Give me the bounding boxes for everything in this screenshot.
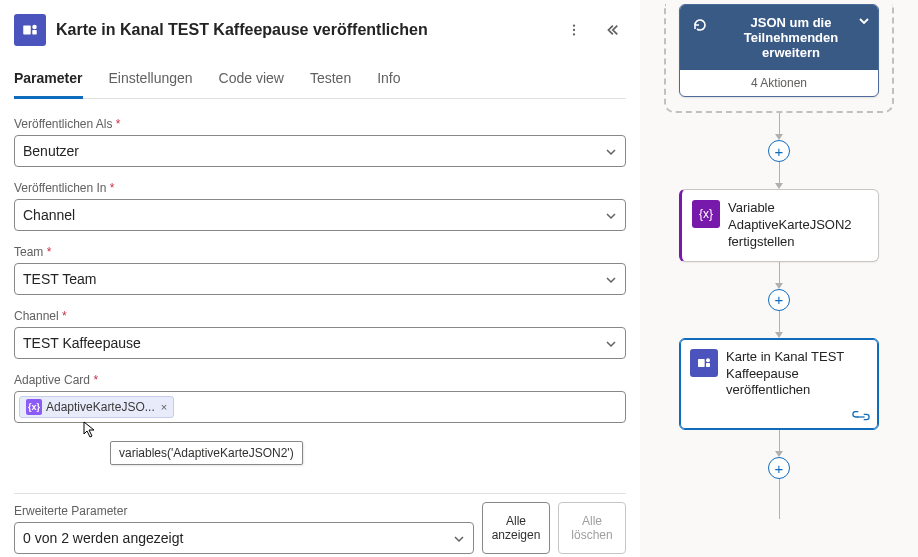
cursor-icon — [82, 421, 626, 443]
extended-label: Erweiterte Parameter — [14, 504, 474, 518]
variable-step-text: Variable AdaptiveKarteJSON2 fertigstelle… — [728, 200, 868, 251]
svg-rect-6 — [698, 359, 705, 367]
svg-point-1 — [32, 25, 37, 30]
tab-test[interactable]: Testen — [310, 70, 351, 98]
json-step-actions: 4 Aktionen — [680, 70, 878, 96]
divider — [14, 493, 626, 494]
svg-point-4 — [573, 29, 575, 31]
link-icon — [852, 409, 870, 423]
add-step-button[interactable]: + — [768, 289, 790, 311]
channel-select[interactable]: TEST Kaffeepause — [14, 327, 626, 359]
variable-icon: {x} — [692, 200, 720, 228]
flow-canvas[interactable]: JSON um die Teilnehmenden erweitern 4 Ak… — [640, 0, 918, 557]
panel-header: Karte in Kanal TEST Kaffeepause veröffen… — [14, 14, 626, 46]
add-step-button[interactable]: + — [768, 140, 790, 162]
adaptive-card-label: Adaptive Card * — [14, 373, 626, 387]
adaptive-card-input[interactable]: {x} AdaptiveKarteJSO... × — [14, 391, 626, 423]
extended-select[interactable]: 0 von 2 werden angezeigt — [14, 522, 474, 554]
publish-as-value: Benutzer — [23, 143, 79, 159]
publish-in-label: Veröffentlichen In * — [14, 181, 626, 195]
add-step-button[interactable]: + — [768, 457, 790, 479]
team-label: Team * — [14, 245, 626, 259]
tab-info[interactable]: Info — [377, 70, 400, 98]
channel-label: Channel * — [14, 309, 626, 323]
panel-title: Karte in Kanal TEST Kaffeepause veröffen… — [56, 21, 550, 39]
chevron-down-icon[interactable] — [858, 13, 870, 31]
svg-rect-0 — [23, 26, 31, 35]
chevron-down-icon — [453, 532, 465, 544]
token-remove-icon[interactable]: × — [161, 401, 167, 413]
publish-in-select[interactable]: Channel — [14, 199, 626, 231]
json-step-title: JSON um die Teilnehmenden erweitern — [716, 15, 866, 60]
variable-icon: {x} — [26, 399, 42, 415]
teams-icon — [14, 14, 46, 46]
token-label: AdaptiveKarteJSO... — [46, 400, 155, 414]
expression-tooltip: variables('AdaptiveKarteJSON2') — [110, 441, 303, 465]
chevron-down-icon — [605, 145, 617, 157]
collapse-button[interactable] — [598, 16, 626, 44]
svg-rect-8 — [706, 363, 710, 367]
publish-as-select[interactable]: Benutzer — [14, 135, 626, 167]
more-button[interactable] — [560, 16, 588, 44]
publish-in-value: Channel — [23, 207, 75, 223]
clear-all-button: Alle löschen — [558, 502, 626, 554]
chevron-down-icon — [605, 273, 617, 285]
chevron-down-icon — [605, 209, 617, 221]
svg-point-5 — [573, 33, 575, 35]
team-value: TEST Team — [23, 271, 96, 287]
teams-icon — [690, 349, 718, 377]
svg-rect-2 — [32, 30, 37, 35]
svg-point-3 — [573, 24, 575, 26]
channel-value: TEST Kaffeepause — [23, 335, 141, 351]
action-config-panel: Karte in Kanal TEST Kaffeepause veröffen… — [0, 0, 640, 557]
tab-codeview[interactable]: Code view — [219, 70, 284, 98]
json-scope-container: JSON um die Teilnehmenden erweitern 4 Ak… — [664, 4, 894, 113]
variable-token[interactable]: {x} AdaptiveKarteJSO... × — [19, 396, 174, 418]
svg-point-7 — [706, 358, 710, 362]
chevron-down-icon — [605, 337, 617, 349]
loop-icon — [692, 17, 708, 33]
team-select[interactable]: TEST Team — [14, 263, 626, 295]
tab-settings[interactable]: Einstellungen — [109, 70, 193, 98]
show-all-button[interactable]: Alle anzeigen — [482, 502, 550, 554]
extended-params-row: Erweiterte Parameter 0 von 2 werden ange… — [14, 502, 626, 554]
variable-step-card[interactable]: {x} Variable AdaptiveKarteJSON2 fertigst… — [679, 189, 879, 262]
json-step-card[interactable]: JSON um die Teilnehmenden erweitern 4 Ak… — [679, 4, 879, 97]
post-card-step[interactable]: Karte in Kanal TEST Kaffeepause veröffen… — [679, 338, 879, 431]
tab-parameter[interactable]: Parameter — [14, 70, 83, 99]
extended-value: 0 von 2 werden angezeigt — [23, 530, 183, 546]
publish-as-label: Veröffentlichen Als * — [14, 117, 626, 131]
post-card-text: Karte in Kanal TEST Kaffeepause veröffen… — [726, 349, 868, 400]
tab-bar: Parameter Einstellungen Code view Testen… — [14, 70, 626, 99]
